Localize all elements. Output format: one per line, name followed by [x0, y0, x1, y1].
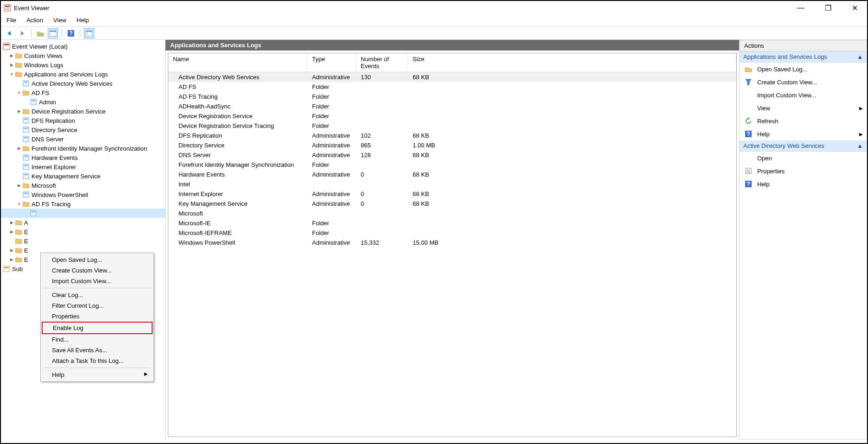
forward-button[interactable] — [17, 28, 27, 38]
context-menu-item[interactable]: Create Custom View... — [42, 265, 153, 276]
action-item[interactable]: ?Help▶ — [740, 127, 867, 140]
tree-windows-logs[interactable]: ▶Windows Logs — [1, 60, 165, 70]
tree-partial-0[interactable]: ▶A — [1, 218, 165, 227]
menu-help[interactable]: Help — [77, 17, 89, 24]
collapse-icon[interactable]: ▾ — [16, 90, 22, 95]
list-row[interactable]: AD FS TracingFolder — [168, 92, 736, 101]
context-menu-item[interactable]: Filter Current Log... — [42, 300, 153, 311]
action-item[interactable]: Refresh — [740, 114, 867, 127]
collapse-icon[interactable]: ▾ — [8, 72, 15, 76]
close-button[interactable]: ✕ — [847, 3, 862, 13]
actions-section-1[interactable]: Applications and Services Logs▲ — [740, 51, 867, 63]
expand-icon[interactable]: ▶ — [16, 109, 22, 114]
menu-file[interactable]: File — [6, 17, 16, 24]
menu-action[interactable]: Action — [26, 17, 43, 24]
tree-dfs[interactable]: DFS Replication — [1, 116, 165, 125]
list-row[interactable]: ADHealth-AadSyncFolder — [168, 101, 736, 111]
submenu-arrow-icon: ▶ — [859, 132, 863, 137]
list-row[interactable]: DNS ServerAdministrative12868 KB — [168, 150, 736, 160]
expand-icon[interactable]: ▶ — [8, 257, 15, 262]
list-row[interactable]: Microsoft-IEFRAMEFolder — [168, 228, 736, 238]
context-menu-item[interactable]: Find... — [42, 334, 153, 345]
col-type[interactable]: Type — [307, 53, 356, 72]
svg-rect-20 — [24, 128, 28, 129]
context-menu-item[interactable]: Open Saved Log... — [42, 254, 153, 265]
context-menu-item[interactable]: Clear Log... — [42, 290, 153, 300]
action-item[interactable]: Open Saved Log... — [740, 63, 867, 76]
tree-fim[interactable]: ▶Forefront Identity Manager Synchronizat… — [1, 144, 165, 153]
actions-section-2[interactable]: Active Directory Web Services▲ — [740, 140, 867, 152]
tree-adfs[interactable]: ▾AD FS — [1, 88, 165, 97]
context-menu-item[interactable]: Import Custom View... — [42, 276, 153, 286]
list-row[interactable]: Intel — [168, 179, 736, 189]
tree-root[interactable]: Event Viewer (Local) — [1, 42, 165, 51]
context-menu-item[interactable]: Save All Events As... — [42, 345, 153, 355]
action-item[interactable]: Open — [740, 152, 867, 165]
col-name[interactable]: Name — [168, 53, 307, 72]
list-row[interactable]: Microsoft-IEFolder — [168, 218, 736, 228]
list-row[interactable]: Hardware EventsAdministrative068 KB — [168, 170, 736, 179]
actions-header: Actions — [740, 40, 867, 51]
context-menu-item[interactable]: Help▶ — [42, 369, 153, 380]
expand-icon[interactable]: ▶ — [8, 220, 15, 225]
maximize-button[interactable]: ❐ — [820, 3, 836, 13]
toolbar-help-icon[interactable]: ? — [66, 28, 76, 38]
list-header: Applications and Services Logs — [166, 40, 739, 51]
minimize-button[interactable]: — — [792, 3, 809, 13]
list-row[interactable]: Directory ServiceAdministrative8651.00 M… — [168, 140, 736, 150]
tree-ie[interactable]: Internet Explorer — [1, 162, 165, 171]
action-item[interactable]: Create Custom View... — [740, 76, 867, 89]
expand-icon[interactable]: ▶ — [16, 183, 22, 188]
expand-icon[interactable]: ▶ — [16, 146, 22, 151]
menu-view[interactable]: View — [53, 17, 66, 24]
back-button[interactable] — [5, 28, 15, 38]
tree-wps[interactable]: Windows PowerShell — [1, 190, 165, 199]
expand-icon[interactable]: ▶ — [8, 248, 15, 253]
expand-icon[interactable]: ▶ — [8, 63, 15, 67]
collapse-icon[interactable]: ▾ — [16, 202, 22, 206]
tree-apps-logs[interactable]: ▾Applications and Services Logs — [1, 70, 165, 79]
toolbar-folder-open-icon[interactable] — [35, 28, 45, 38]
tree-kms[interactable]: Key Management Service — [1, 171, 165, 181]
toolbar-pane-icon[interactable] — [48, 28, 58, 38]
tree-dirsvc[interactable]: Directory Service — [1, 125, 165, 134]
list-row[interactable]: Microsoft — [168, 209, 736, 218]
list-row[interactable]: Device Registration Service TracingFolde… — [168, 121, 736, 131]
list-row[interactable]: Key Management ServiceAdministrative068 … — [168, 199, 736, 209]
list-row[interactable]: Forefront Identity Manager Synchronizati… — [168, 160, 736, 170]
tree-adfs-admin[interactable]: Admin — [1, 97, 165, 107]
tree-custom-views[interactable]: ▶Custom Views — [1, 51, 165, 60]
context-menu-item[interactable]: Attach a Task To this Log... — [42, 355, 153, 366]
expand-icon[interactable]: ▶ — [8, 229, 15, 234]
tree-adfs-tracing[interactable]: ▾AD FS Tracing — [1, 199, 165, 209]
action-item[interactable]: ?Help — [740, 178, 867, 190]
tree-partial-2[interactable]: E — [1, 236, 165, 246]
action-item[interactable]: Import Custom View... — [740, 89, 867, 101]
list-row[interactable]: DFS ReplicationAdministrative10268 KB — [168, 131, 736, 140]
list-row[interactable]: Device Registration ServiceFolder — [168, 111, 736, 121]
col-number[interactable]: Number of Events — [356, 53, 408, 72]
list-row[interactable]: Internet ExplorerAdministrative068 KB — [168, 189, 736, 199]
svg-rect-23 — [23, 155, 29, 160]
svg-rect-10 — [86, 32, 88, 36]
action-item[interactable]: Properties — [740, 165, 867, 178]
tree-ms[interactable]: ▶Microsoft — [1, 181, 165, 190]
tree-selected-item[interactable] — [1, 209, 165, 218]
tree-drs[interactable]: ▶Device Registration Service — [1, 107, 165, 116]
expand-icon[interactable]: ▶ — [8, 53, 15, 58]
toolbar-pane2-icon[interactable] — [84, 28, 94, 38]
tree-hw[interactable]: Hardware Events — [1, 153, 165, 162]
context-menu-item[interactable]: Properties — [42, 311, 153, 322]
tree-adws[interactable]: Active Directory Web Services — [1, 79, 165, 88]
context-menu-item[interactable]: Enable Log — [42, 322, 153, 334]
tree-partial-1[interactable]: ▶E — [1, 227, 165, 236]
tree-dns[interactable]: DNS Server — [1, 134, 165, 144]
log-icon — [22, 163, 30, 171]
folder-icon — [22, 145, 30, 152]
list-row[interactable]: Windows PowerShellAdministrative15,33215… — [168, 238, 736, 247]
list-row[interactable]: AD FSFolder — [168, 82, 736, 92]
list-row[interactable]: Active Directory Web ServicesAdministrat… — [168, 72, 736, 82]
folder-icon — [15, 256, 22, 263]
action-item[interactable]: View▶ — [740, 101, 867, 114]
col-size[interactable]: Size — [408, 53, 736, 72]
